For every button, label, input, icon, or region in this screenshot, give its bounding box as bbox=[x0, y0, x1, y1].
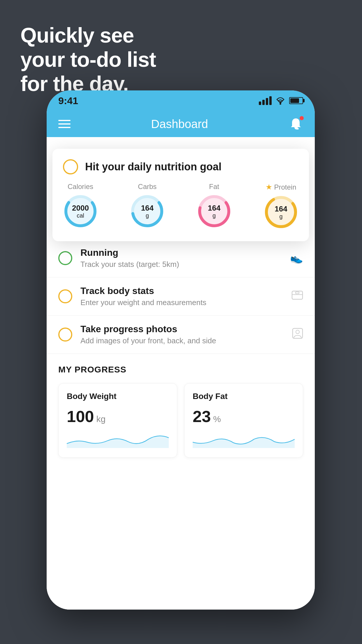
calories-label: Calories bbox=[68, 183, 93, 191]
progress-card-weight: Body Weight 100 kg bbox=[58, 383, 177, 458]
shoe-icon: 👟 bbox=[290, 252, 303, 264]
wifi-icon bbox=[275, 97, 286, 105]
nutrition-carbs: Carbs 164 g bbox=[130, 183, 165, 230]
todo-item-running[interactable]: Running Track your stats (target: 5km) 👟 bbox=[47, 239, 315, 277]
status-time: 9:41 bbox=[58, 95, 78, 106]
progress-card-fat: Body Fat 23 % bbox=[184, 383, 303, 458]
nutrition-card-title: Hit your daily nutrition goal bbox=[85, 161, 222, 173]
weight-value-row: 100 kg bbox=[67, 407, 169, 426]
progress-cards: Body Weight 100 kg Body Fat 23 % bbox=[58, 383, 303, 458]
person-icon bbox=[292, 328, 303, 342]
calories-ring: 2000 cal bbox=[63, 194, 98, 229]
fat-chart bbox=[193, 430, 295, 448]
todo-subtitle-photos: Add images of your front, back, and side bbox=[80, 336, 284, 345]
nutrition-fat: Fat 164 g bbox=[197, 183, 232, 230]
status-icons bbox=[259, 96, 303, 105]
headline-line1: Quickly see bbox=[20, 24, 134, 47]
todo-item-photos[interactable]: Take progress photos Add images of your … bbox=[47, 316, 315, 354]
calories-value: 2000 cal bbox=[72, 204, 89, 219]
todo-check-nutrition[interactable] bbox=[63, 159, 78, 174]
status-bar: 9:41 bbox=[47, 90, 315, 111]
svg-point-0 bbox=[280, 103, 281, 105]
fat-value: 23 bbox=[193, 407, 211, 426]
weight-value: 100 bbox=[67, 407, 94, 426]
todo-content-photos: Take progress photos Add images of your … bbox=[80, 324, 284, 345]
todo-content-bodystats: Track body stats Enter your weight and m… bbox=[80, 286, 283, 307]
svg-point-17 bbox=[296, 330, 299, 334]
headline: Quickly see your to-do list for the day. bbox=[20, 23, 156, 96]
todo-check-running[interactable] bbox=[58, 251, 72, 265]
fat-value-row: 23 % bbox=[193, 407, 295, 426]
fat-value: 164 g bbox=[208, 204, 220, 219]
progress-section: MY PROGRESS Body Weight 100 kg B bbox=[47, 353, 315, 469]
fat-label: Fat bbox=[209, 183, 219, 191]
todo-title-running: Running bbox=[80, 247, 282, 258]
battery-icon bbox=[289, 97, 303, 104]
todo-title-bodystats: Track body stats bbox=[80, 286, 283, 296]
todo-check-bodystats[interactable] bbox=[58, 289, 72, 303]
card-header: Hit your daily nutrition goal bbox=[63, 159, 298, 174]
fat-ring: 164 g bbox=[197, 194, 232, 229]
todo-list: Running Track your stats (target: 5km) 👟… bbox=[47, 239, 315, 354]
signal-icon bbox=[259, 96, 272, 105]
protein-ring: 164 g bbox=[263, 195, 298, 230]
fat-unit: % bbox=[213, 414, 221, 424]
todo-subtitle-running: Track your stats (target: 5km) bbox=[80, 260, 282, 269]
progress-header: MY PROGRESS bbox=[58, 365, 303, 374]
protein-label-row: ★ Protein bbox=[266, 183, 296, 192]
weight-chart bbox=[67, 430, 169, 448]
todo-check-photos[interactable] bbox=[58, 328, 72, 342]
headline-line2: your to-do list bbox=[20, 48, 156, 71]
carbs-value: 164 g bbox=[141, 204, 154, 219]
phone-shell: 9:41 Dashboard bbox=[47, 90, 315, 610]
protein-value: 164 g bbox=[275, 205, 287, 220]
nutrition-card: Hit your daily nutrition goal Calories 2… bbox=[52, 149, 309, 241]
weight-card-title: Body Weight bbox=[67, 392, 169, 401]
nutrition-calories: Calories 2000 cal bbox=[63, 183, 98, 230]
svg-rect-15 bbox=[296, 292, 299, 294]
carbs-label: Carbs bbox=[138, 183, 157, 191]
nutrition-protein: ★ Protein 164 g bbox=[263, 183, 298, 230]
star-icon: ★ bbox=[266, 183, 272, 192]
fat-card-title: Body Fat bbox=[193, 392, 295, 401]
scale-icon bbox=[291, 290, 303, 303]
todo-subtitle-bodystats: Enter your weight and measurements bbox=[80, 298, 283, 307]
todo-content-running: Running Track your stats (target: 5km) bbox=[80, 247, 282, 269]
nutrition-grid: Calories 2000 cal bbox=[63, 183, 298, 230]
content-area: THINGS TO DO TODAY Hit your daily nutrit… bbox=[47, 137, 315, 610]
weight-unit: kg bbox=[96, 414, 106, 424]
notification-bell-button[interactable] bbox=[289, 117, 303, 131]
svg-rect-13 bbox=[292, 291, 303, 299]
notification-dot bbox=[299, 116, 304, 121]
nav-title: Dashboard bbox=[151, 118, 208, 131]
todo-title-photos: Take progress photos bbox=[80, 324, 284, 335]
hamburger-menu[interactable] bbox=[58, 120, 71, 128]
protein-label: Protein bbox=[274, 183, 296, 191]
carbs-ring: 164 g bbox=[130, 194, 165, 229]
todo-item-bodystats[interactable]: Track body stats Enter your weight and m… bbox=[47, 277, 315, 316]
nav-bar: Dashboard bbox=[47, 111, 315, 137]
